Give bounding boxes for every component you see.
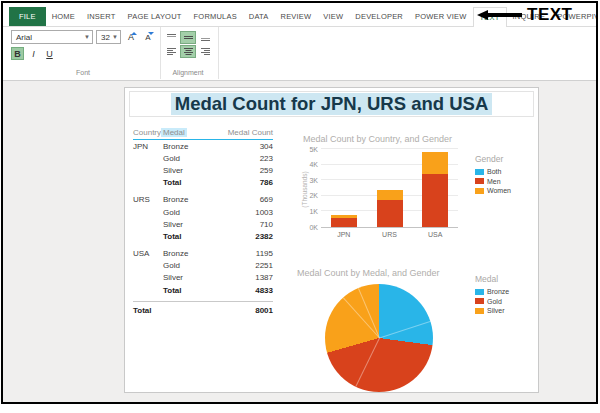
align-left-button[interactable]	[163, 45, 179, 58]
legend-item-women[interactable]: Women	[475, 187, 511, 194]
powerview-canvas: Medal Count for JPN, URS and USA Country…	[3, 80, 596, 402]
cell-count: 669	[211, 195, 273, 204]
bar-segment-men[interactable]	[377, 200, 403, 227]
table-row[interactable]: Silver1387	[133, 272, 273, 284]
tab-formulas[interactable]: FORMULAS	[188, 7, 243, 26]
report-title: Medal Count for JPN, URS and USA	[171, 93, 493, 115]
cell-medal: Gold	[163, 154, 211, 163]
x-axis-label: USA	[412, 231, 458, 238]
cell-medal: Gold	[163, 261, 211, 270]
cell-count: 1195	[211, 249, 273, 258]
cell-count: 2382	[211, 232, 273, 241]
tab-power-view[interactable]: POWER VIEW	[409, 7, 473, 26]
italic-button[interactable]: I	[27, 47, 40, 60]
bar-segment-men[interactable]	[331, 218, 357, 227]
legend-swatch	[475, 178, 484, 184]
bar-segment-women[interactable]	[377, 190, 403, 201]
align-center-icon	[183, 47, 194, 56]
powerview-sheet: Medal Count for JPN, URS and USA Country…	[124, 87, 539, 393]
tab-file[interactable]: FILE	[9, 7, 46, 26]
bar-chart-title: Medal Count by Country, and Gender	[303, 134, 452, 144]
bar-chart-y-axis-label: (Thousands)	[301, 160, 310, 220]
bold-button[interactable]: B	[11, 47, 24, 60]
table-row[interactable]: JPNBronze304	[133, 140, 273, 152]
chevron-down-icon[interactable]: ▼	[84, 34, 90, 40]
legend-label: Bronze	[487, 288, 509, 295]
align-top-button[interactable]	[163, 31, 179, 44]
legend-item-silver[interactable]: Silver	[475, 307, 509, 314]
table-grand-total-row: Total8001	[133, 301, 273, 316]
legend-swatch	[475, 188, 484, 194]
legend-item-men[interactable]: Men	[475, 178, 511, 185]
legend-item-gold[interactable]: Gold	[475, 298, 509, 305]
tab-developer[interactable]: DEVELOPER	[349, 7, 409, 26]
table-row[interactable]: URSBronze669	[133, 194, 273, 206]
font-group-label: Font	[11, 67, 155, 79]
alignment-group-label: Alignment	[163, 67, 213, 79]
align-bottom-button[interactable]	[197, 31, 213, 44]
column-header-medal-count[interactable]: Medal Count	[211, 128, 273, 137]
font-name-combo[interactable]: Arial ▼	[11, 30, 93, 44]
tab-home[interactable]: HOME	[46, 7, 81, 26]
bar-jpn	[331, 215, 357, 227]
cell-medal: Silver	[163, 166, 211, 175]
align-left-icon	[166, 47, 177, 56]
font-size-combo[interactable]: 32 ▼	[96, 30, 121, 44]
table-header-row[interactable]: Country▲ Medal Medal Count	[133, 128, 273, 140]
align-middle-button[interactable]	[180, 31, 196, 44]
decrease-font-button[interactable]: A	[141, 30, 155, 44]
report-title-box[interactable]: Medal Count for JPN, URS and USA	[129, 91, 534, 117]
table-row[interactable]: Total2382	[133, 230, 273, 242]
ribbon-body: Arial ▼ 32 ▼ A A B I U Font	[3, 27, 596, 79]
cell-medal: Total	[163, 286, 211, 295]
legend-item-bronze[interactable]: Bronze	[475, 288, 509, 295]
medal-table[interactable]: Country▲ Medal Medal Count JPNBronze304G…	[133, 128, 273, 316]
tab-insert[interactable]: INSERT	[81, 7, 122, 26]
pie-gender-divider	[379, 321, 431, 339]
tab-page-layout[interactable]: PAGE LAYOUT	[122, 7, 188, 26]
bar-segment-men[interactable]	[422, 174, 448, 227]
table-row[interactable]: USABronze1195	[133, 248, 273, 260]
legend-label: Both	[487, 168, 501, 175]
align-center-button[interactable]	[180, 45, 196, 58]
cell-count: 1387	[211, 273, 273, 282]
table-row[interactable]: Gold1003	[133, 206, 273, 218]
cell-medal: Total	[163, 232, 211, 241]
align-middle-icon	[183, 33, 194, 42]
legend-label: Silver	[487, 307, 505, 314]
cell-count: 304	[211, 142, 273, 151]
table-row[interactable]: Gold2251	[133, 260, 273, 272]
cell-medal: Bronze	[163, 142, 211, 151]
bar-segment-women[interactable]	[422, 152, 448, 174]
table-row[interactable]: Gold223	[133, 152, 273, 164]
increase-font-icon	[131, 32, 137, 35]
cell-count: 223	[211, 154, 273, 163]
table-row[interactable]: Total4833	[133, 284, 273, 296]
table-row[interactable]: Silver259	[133, 164, 273, 176]
legend-item-both[interactable]: Both	[475, 168, 511, 175]
table-row[interactable]: Total786	[133, 177, 273, 189]
cell-country: URS	[133, 195, 163, 204]
font-name-value: Arial	[16, 33, 32, 42]
column-header-medal[interactable]: Medal	[163, 128, 211, 137]
chevron-down-icon[interactable]: ▼	[112, 34, 118, 40]
pie-gender-divider	[342, 298, 379, 339]
pie-chart[interactable]	[325, 284, 433, 392]
column-header-country[interactable]: Country▲	[133, 128, 163, 137]
cell-country: USA	[133, 249, 163, 258]
legend-swatch	[475, 308, 484, 314]
medal-table-body: JPNBronze304Gold223Silver259Total786URSB…	[133, 140, 273, 316]
tab-view[interactable]: VIEW	[317, 7, 349, 26]
underline-button[interactable]: U	[43, 47, 56, 60]
cell-medal: Gold	[163, 208, 211, 217]
y-tick-label: 0K	[309, 224, 318, 231]
font-group: Arial ▼ 32 ▼ A A B I U Font	[9, 27, 161, 79]
y-tick-label: 1K	[309, 208, 318, 215]
tab-data[interactable]: DATA	[243, 7, 275, 26]
increase-font-button[interactable]: A	[124, 30, 138, 44]
alignment-group: Alignment	[161, 27, 219, 79]
tab-review[interactable]: REVIEW	[275, 7, 318, 26]
align-right-button[interactable]	[197, 45, 213, 58]
table-row[interactable]: Silver710	[133, 218, 273, 230]
bar-legend: GenderBothMenWomen	[475, 154, 511, 197]
